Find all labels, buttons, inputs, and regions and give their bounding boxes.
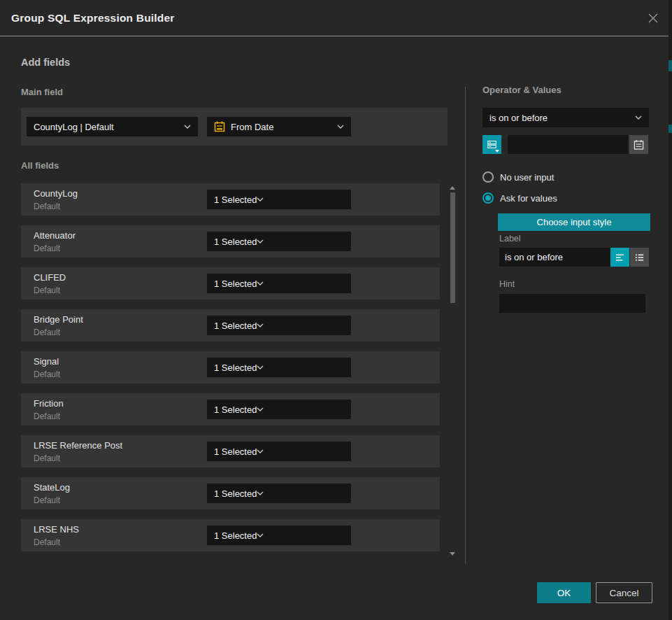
field-selected-dropdown[interactable]: 1 Selected (207, 232, 351, 251)
all-fields-label: All fields (21, 160, 59, 171)
field-selected-dropdown[interactable]: 1 Selected (207, 400, 351, 419)
value-input[interactable] (508, 135, 628, 154)
chevron-down-icon (257, 239, 264, 244)
main-field-select-value: From Date (231, 122, 331, 132)
field-name: Signal (34, 356, 59, 367)
chevron-down-icon (257, 365, 264, 369)
layer-select-value: CountyLog | Default (34, 122, 184, 132)
selected-count: 1 Selected (214, 279, 257, 289)
field-subtitle: Default (34, 327, 60, 337)
field-row-bridge-point: Bridge Point Default 1 Selected (21, 309, 440, 341)
dialog-header: Group SQL Expression Builder (0, 0, 669, 36)
field-subtitle: Default (34, 286, 60, 295)
field-row-clifed: CLIFED Default 1 Selected (21, 267, 440, 300)
scrollbar-up-arrow[interactable] (450, 186, 455, 190)
field-name: StateLog (34, 482, 70, 493)
operator-select[interactable]: is on or before (482, 108, 649, 127)
ok-button[interactable]: OK (537, 582, 591, 603)
edge-accent-mark (669, 60, 672, 71)
single-line-style-button[interactable] (610, 248, 629, 267)
field-name: LRSE NHS (34, 524, 79, 535)
calendar-icon (214, 121, 225, 132)
date-picker-button[interactable] (629, 135, 648, 154)
edge-accent-mark (669, 125, 672, 133)
selected-count: 1 Selected (214, 404, 257, 415)
field-row-friction: Friction Default 1 Selected (21, 393, 440, 425)
radio-ask-for-values-label: Ask for values (500, 193, 557, 204)
list-style-button[interactable] (630, 248, 649, 267)
field-name: LRSE Reference Post (34, 440, 122, 451)
value-stack-icon (487, 139, 497, 150)
value-type-button[interactable] (482, 135, 501, 154)
field-name: Bridge Point (34, 314, 83, 325)
selected-count: 1 Selected (214, 195, 257, 205)
radio-checked-icon (482, 192, 494, 204)
selected-count: 1 Selected (214, 488, 257, 499)
main-field-select[interactable]: From Date (207, 117, 351, 136)
close-button[interactable] (646, 11, 660, 25)
panel-divider (465, 87, 466, 564)
radio-no-user-input[interactable]: No user input (482, 171, 554, 183)
calendar-icon (634, 139, 644, 150)
mini-caret-icon (495, 150, 499, 153)
chevron-down-icon (257, 449, 264, 453)
field-row-attenuator: Attenuator Default 1 Selected (21, 225, 440, 258)
field-subtitle: Default (34, 453, 60, 463)
field-name: CountyLog (34, 188, 78, 199)
field-name: Attenuator (34, 230, 76, 241)
cancel-button[interactable]: Cancel (596, 582, 652, 603)
field-name: Friction (34, 398, 64, 409)
chevron-down-icon (184, 125, 191, 129)
field-subtitle: Default (34, 244, 60, 253)
hint-caption: Hint (499, 279, 515, 289)
chevron-down-icon (257, 491, 264, 495)
dialog-title: Group SQL Expression Builder (11, 12, 175, 24)
selected-count: 1 Selected (214, 362, 257, 373)
selected-count: 1 Selected (214, 320, 257, 331)
bulleted-list-icon (634, 253, 645, 262)
selected-count: 1 Selected (214, 446, 257, 457)
add-fields-heading: Add fields (21, 57, 70, 68)
chevron-down-icon (257, 281, 264, 286)
group-sql-expression-builder-dialog: Group SQL Expression Builder Add fields … (0, 0, 672, 620)
align-left-icon (615, 253, 625, 262)
field-selected-dropdown[interactable]: 1 Selected (207, 274, 351, 293)
field-row-signal: Signal Default 1 Selected (21, 351, 440, 383)
label-input[interactable] (499, 248, 610, 267)
field-subtitle: Default (34, 202, 60, 211)
operator-select-value: is on or before (489, 113, 635, 123)
field-row-statelog: StateLog Default 1 Selected (21, 477, 440, 509)
field-row-lrse-nhs: LRSE NHS Default 1 Selected (21, 519, 440, 551)
choose-input-style-button[interactable]: Choose input style (498, 213, 650, 231)
field-subtitle: Default (34, 369, 60, 379)
field-row-lrse-reference-post: LRSE Reference Post Default 1 Selected (21, 435, 440, 467)
hint-input[interactable] (499, 294, 645, 313)
chevron-down-icon (257, 197, 264, 202)
field-name: CLIFED (34, 272, 66, 283)
field-subtitle: Default (34, 411, 60, 421)
app-window-edge (669, 0, 672, 620)
radio-ask-for-values[interactable]: Ask for values (482, 192, 557, 204)
scrollbar-thumb[interactable] (450, 192, 455, 303)
field-subtitle: Default (34, 537, 60, 547)
scrollbar-down-arrow[interactable] (450, 552, 455, 556)
operator-values-heading: Operator & Values (482, 85, 562, 95)
selected-count: 1 Selected (214, 237, 257, 247)
field-selected-dropdown[interactable]: 1 Selected (207, 484, 351, 503)
radio-unchecked-icon (482, 171, 494, 183)
field-selected-dropdown[interactable]: 1 Selected (207, 358, 351, 377)
field-selected-dropdown[interactable]: 1 Selected (207, 442, 351, 461)
radio-no-user-input-label: No user input (500, 172, 554, 183)
field-selected-dropdown[interactable]: 1 Selected (207, 190, 351, 209)
field-selected-dropdown[interactable]: 1 Selected (207, 316, 351, 335)
field-selected-dropdown[interactable]: 1 Selected (207, 526, 351, 545)
main-field-label: Main field (21, 87, 63, 97)
selected-count: 1 Selected (214, 530, 257, 541)
layer-select[interactable]: CountyLog | Default (27, 117, 198, 136)
chevron-down-icon (337, 125, 344, 129)
label-caption: Label (499, 234, 521, 244)
chevron-down-icon (257, 533, 264, 537)
field-row-countylog: CountyLog Default 1 Selected (21, 183, 440, 216)
chevron-down-icon (257, 407, 264, 411)
field-subtitle: Default (34, 495, 60, 505)
